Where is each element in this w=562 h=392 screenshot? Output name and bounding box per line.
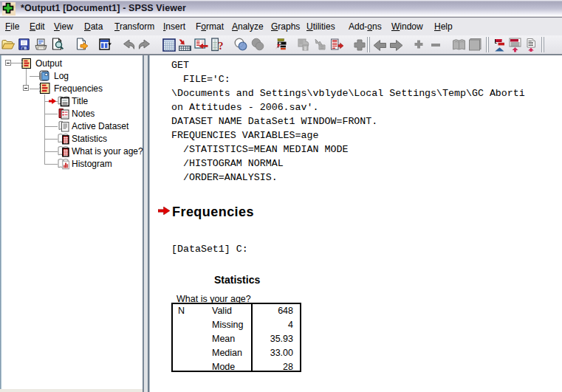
svg-text:?: ? <box>218 40 223 52</box>
